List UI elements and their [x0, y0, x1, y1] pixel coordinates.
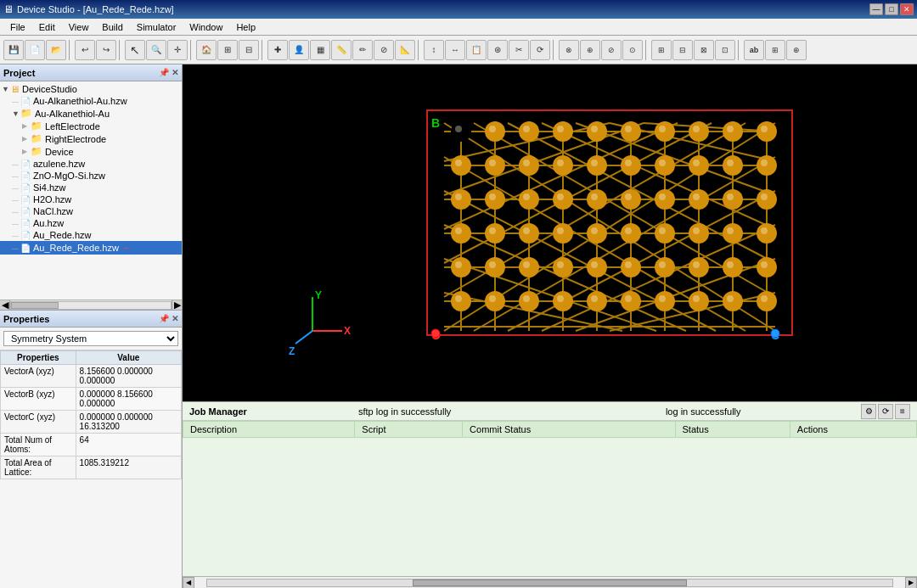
toolbar-copy[interactable]: 📋	[466, 40, 487, 60]
svg-point-114	[523, 160, 530, 166]
menu-help[interactable]: Help	[229, 21, 262, 33]
svg-point-72	[451, 223, 471, 244]
toolbar-undo[interactable]: ↩	[75, 40, 95, 60]
svg-point-42	[451, 121, 471, 142]
project-pin-icon[interactable]: 📌	[159, 68, 169, 77]
tree-item-au[interactable]: — 📄 Au.hzw	[0, 217, 182, 229]
tree-item-znomgosi[interactable]: — 📄 ZnO-MgO-Si.hzw	[0, 170, 182, 182]
svg-point-132	[455, 227, 462, 234]
job-table: Description Script Commit Status Status …	[183, 421, 917, 438]
menu-build[interactable]: Build	[95, 21, 129, 33]
toolbar-op3[interactable]: ⊘	[601, 40, 622, 60]
tree-item-au-alkanethiol-file[interactable]: — 📄 Au-Alkanethiol-Au.hzw	[0, 95, 182, 107]
menu-window[interactable]: Window	[183, 21, 229, 33]
job-hscrollbar-thumb[interactable]	[413, 580, 687, 586]
toolbar-measure[interactable]: 📏	[331, 40, 352, 60]
toolbar-sym2[interactable]: ⊟	[672, 40, 693, 60]
svg-point-82	[451, 257, 471, 277]
toolbar-open[interactable]: 📂	[46, 40, 66, 60]
project-hscrollbar[interactable]	[10, 301, 172, 310]
tree-item-au-rede-rede[interactable]: — 📄 Au_Rede_Rede.hzw ←	[0, 241, 182, 255]
minimize-button[interactable]: —	[869, 3, 883, 15]
toolbar-angle[interactable]: 📐	[395, 40, 415, 60]
toolbar-sym3[interactable]: ⊠	[694, 40, 714, 60]
menu-file[interactable]: File	[3, 21, 32, 33]
close-button[interactable]: ✕	[900, 3, 914, 15]
job-manager-refresh-icon[interactable]: ⟳	[878, 404, 893, 419]
job-manager-settings-icon[interactable]: ⚙	[861, 404, 876, 419]
tree-item-azulene[interactable]: — 📄 azulene.hzw	[0, 158, 182, 170]
menu-simulator[interactable]: Simulator	[130, 21, 183, 33]
toolbar-select[interactable]: ↖	[125, 40, 145, 60]
scroll-left-arrow[interactable]: ◀	[183, 577, 194, 589]
toolbar-edit[interactable]: ✏	[352, 40, 373, 60]
viewport[interactable]: B C O Y X Z	[183, 64, 917, 401]
toolbar-rotate[interactable]: ⟳	[530, 40, 550, 60]
project-scrollbar[interactable]: ◀ ▶	[0, 300, 182, 310]
properties-panel-title: Properties	[3, 314, 49, 324]
sep4	[262, 40, 265, 60]
toolbar-grid-add[interactable]: ⊞	[217, 40, 238, 60]
toolbar-zoom[interactable]: 🔍	[146, 40, 166, 60]
svg-point-96	[587, 291, 607, 311]
tree-item-au-alkanethiol-folder[interactable]: ▼ 📁 Au-Alkanethiol-Au	[0, 107, 182, 120]
maximize-button[interactable]: □	[885, 3, 898, 15]
tree-item-nacl[interactable]: — 📄 NaCl.hzw	[0, 205, 182, 217]
tree-item-right-electrode[interactable]: ▶ 📁 RightElectrode	[0, 132, 182, 145]
toolbar-sym4[interactable]: ⊡	[715, 40, 735, 60]
property-name: VectorC (xyz)	[1, 411, 76, 434]
tree-item-au-rede[interactable]: — 📄 Au_Rede.hzw	[0, 229, 182, 241]
tree-item-device[interactable]: ▶ 📁 Device	[0, 145, 182, 158]
tree-item-si4[interactable]: — 📄 Si4.hzw	[0, 182, 182, 193]
toolbar-add-atom[interactable]: ✚	[267, 40, 288, 60]
svg-point-71	[757, 189, 777, 210]
toolbar-lattice[interactable]: ▦	[310, 40, 330, 60]
toolbar-extra2[interactable]: ⊕	[786, 40, 807, 60]
toolbar-home[interactable]: 🏠	[196, 40, 217, 60]
menu-view[interactable]: View	[62, 21, 96, 33]
tree-item-devicestudio[interactable]: ▼ 🖥 DeviceStudio	[0, 83, 182, 95]
project-close-icon[interactable]: ✕	[172, 68, 178, 77]
toolbar-op4[interactable]: ⊙	[622, 40, 643, 60]
job-col-description: Description	[183, 422, 355, 438]
job-manager-status2: log in successfully	[562, 406, 844, 417]
svg-point-46	[587, 121, 607, 142]
toolbar-pan[interactable]: ✛	[167, 40, 188, 60]
tree-item-h2o[interactable]: — 📄 H2O.hzw	[0, 193, 182, 205]
toolbar-flip-v[interactable]: ↕	[424, 40, 444, 60]
toolbar-extra1[interactable]: ⊞	[765, 40, 785, 60]
svg-point-62	[451, 189, 471, 210]
window-title: Device Studio - [Au_Rede_Rede.hzw]	[17, 4, 869, 14]
toolbar-flip-h[interactable]: ↔	[445, 40, 465, 60]
toolbar-redo[interactable]: ↪	[96, 40, 116, 60]
svg-point-92	[451, 291, 471, 311]
properties-close-icon[interactable]: ✕	[172, 314, 178, 323]
symmetry-select[interactable]: Symmetry System	[3, 331, 178, 346]
toolbar-bond[interactable]: ⊛	[487, 40, 508, 60]
tree-item-left-electrode[interactable]: ▶ 📁 LeftElectrode	[0, 120, 182, 132]
toolbar-cut[interactable]: ✂	[509, 40, 529, 60]
svg-point-123	[489, 193, 496, 200]
toolbar-op1[interactable]: ⊗	[559, 40, 579, 60]
job-manager-menu-icon[interactable]: ≡	[895, 404, 910, 419]
job-manager-scrollbar[interactable]: ◀ ▶	[183, 576, 917, 588]
properties-pin-icon[interactable]: 📌	[159, 314, 169, 323]
toolbar-save[interactable]: 💾	[3, 40, 24, 60]
toolbar-label[interactable]: ab	[744, 40, 764, 60]
toolbar-grid-remove[interactable]: ⊟	[239, 40, 259, 60]
svg-point-97	[621, 291, 641, 311]
scroll-right-arrow[interactable]: ▶	[905, 577, 917, 589]
svg-point-63	[485, 189, 505, 210]
toolbar-sym1[interactable]: ⊞	[651, 40, 672, 60]
toolbar-circle[interactable]: ⊘	[374, 40, 394, 60]
job-hscrollbar[interactable]	[206, 579, 893, 587]
scroll-left-btn[interactable]: ◀	[0, 300, 10, 310]
project-hscrollbar-thumb[interactable]	[11, 302, 59, 309]
menu-edit[interactable]: Edit	[32, 21, 62, 33]
toolbar-op2[interactable]: ⊕	[580, 40, 600, 60]
svg-point-118	[659, 160, 666, 166]
toolbar-person[interactable]: 👤	[289, 40, 309, 60]
toolbar-new[interactable]: 📄	[25, 40, 45, 60]
svg-point-110	[727, 126, 734, 132]
scroll-right-btn[interactable]: ▶	[172, 300, 182, 310]
